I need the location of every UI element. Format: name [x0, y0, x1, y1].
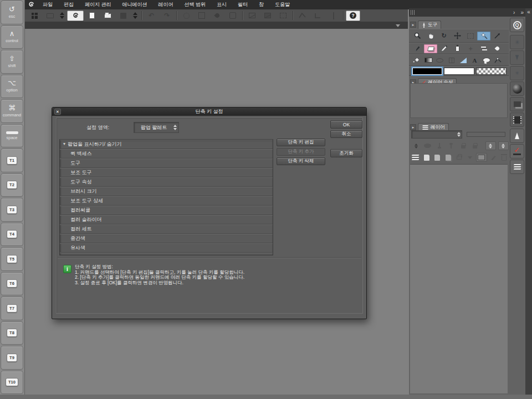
toolbar-stepper-2[interactable] [131, 11, 139, 21]
new-file-button[interactable] [85, 11, 99, 21]
material-panel-button[interactable] [510, 129, 524, 143]
balloon-tool[interactable] [480, 56, 492, 65]
tab-key-button[interactable]: T9 [1, 346, 23, 370]
layer-stepper[interactable] [411, 144, 421, 149]
command-list-item[interactable]: 컬러 히스토리 [60, 253, 273, 255]
blend-tool[interactable] [477, 44, 490, 53]
tab-key-button[interactable]: T3 [1, 198, 23, 222]
tab-key-button[interactable]: T2 [1, 173, 23, 197]
line-tool[interactable] [492, 56, 504, 65]
expand-right-icon[interactable]: › [513, 8, 515, 17]
palette-dock-header[interactable]: › » [409, 8, 525, 17]
menu-item[interactable]: 페이지 관리 [79, 0, 117, 9]
drag-grip-icon[interactable] [411, 10, 416, 15]
command-list-item[interactable]: 퀵 액세스 [60, 149, 273, 158]
gradient-tool[interactable] [422, 56, 434, 65]
move-tool[interactable] [451, 32, 464, 40]
eraser-tool[interactable] [424, 44, 437, 53]
layer-panel-button[interactable] [510, 160, 524, 174]
sub-color-swatch[interactable] [444, 68, 474, 75]
main-color-swatch[interactable] [412, 68, 442, 75]
rotate-view-tool[interactable]: ↻ [437, 32, 451, 40]
close-button[interactable]: ✕ [54, 109, 61, 115]
tab-key-button[interactable]: T7 [1, 296, 23, 320]
edit-shortcut-button[interactable]: 단축 키 편집 [277, 139, 325, 146]
sub-tool-panel-button[interactable]: ✳ [510, 35, 524, 49]
menu-item[interactable]: 표시 [211, 0, 232, 9]
menu-item[interactable]: 도움말 [269, 0, 295, 9]
dialog-title-bar[interactable]: 단축 키 설정 [52, 108, 366, 116]
esc-key-button[interactable]: ↺ esc [1, 1, 23, 24]
command-list-item[interactable]: 브러시 크기 [60, 187, 273, 196]
cancel-button[interactable]: 취소 [330, 130, 362, 138]
opacity-slider[interactable] [467, 132, 505, 137]
tab-key-button[interactable]: T5 [1, 247, 23, 271]
menu-item[interactable]: 편집 [58, 0, 79, 9]
layer-stepper-2[interactable] [485, 141, 496, 150]
option-key-button[interactable]: ⌥ option [1, 75, 23, 99]
app-logo-icon[interactable] [25, 0, 37, 9]
menu-item[interactable]: 선택 범위 [179, 0, 212, 9]
tab-key-button[interactable]: T10 [1, 371, 23, 395]
command-list-item[interactable]: 컬러 세트 [60, 224, 273, 234]
toolbar-stepper[interactable] [58, 11, 66, 21]
brush-tool[interactable] [437, 44, 451, 53]
fill-tool[interactable] [411, 56, 422, 65]
setting-area-dropdown[interactable]: 팝업 팔레트 [134, 122, 179, 133]
auto-select-tool[interactable] [477, 32, 490, 40]
space-key-button[interactable]: space [1, 124, 23, 148]
clip-studio-button[interactable] [67, 11, 84, 21]
transparent-color-swatch[interactable] [476, 68, 507, 75]
help-button[interactable]: ? [346, 11, 360, 21]
new-layer-button[interactable] [422, 155, 432, 161]
control-key-button[interactable]: ∧ control [1, 25, 23, 49]
dropdown-arrow-icon[interactable] [396, 24, 400, 27]
double-arrow-right-icon[interactable]: » [520, 8, 524, 17]
layer-list-area[interactable] [410, 164, 508, 393]
shift-key-button[interactable]: ⇧ shift [1, 50, 23, 74]
menu-item[interactable]: 레이어 [153, 0, 179, 9]
reset-button[interactable]: 초기화 [330, 149, 362, 157]
collapse-left-icon[interactable]: « [527, 9, 530, 15]
tab-key-button[interactable]: T6 [1, 272, 23, 296]
switch-palette-button[interactable] [27, 11, 42, 21]
command-key-button[interactable]: ⌘ command [1, 99, 23, 123]
tab-tool[interactable]: 도구 [418, 21, 441, 29]
command-group-header[interactable]: ▾ 팝업을 표시하기/ 숨기기 [60, 140, 273, 149]
command-list-item[interactable]: 유사색 [60, 243, 273, 253]
menu-item[interactable]: 필터 [232, 0, 253, 9]
navigator-panel-button[interactable] [510, 81, 524, 96]
command-list-item[interactable]: 컬러써클 [60, 206, 273, 215]
expand-arrow-icon[interactable]: ▾ [63, 140, 65, 149]
auto-action-panel-button[interactable]: ✳ [510, 66, 524, 80]
tool-property-panel-button[interactable] [510, 50, 524, 65]
airbrush-tool[interactable] [451, 44, 464, 53]
panel-collapse-icon[interactable]: ▸ [410, 22, 416, 28]
menu-item[interactable]: 파일 [37, 0, 58, 9]
open-file-button[interactable] [100, 11, 115, 21]
delete-shortcut-button[interactable]: 단축 키 삭제 [277, 157, 325, 165]
command-list-item[interactable]: 중간색 [60, 234, 273, 243]
tab-key-button[interactable]: T8 [1, 321, 23, 345]
command-list-item[interactable]: 보조 도구 [60, 168, 273, 177]
liquify-tool[interactable] [490, 44, 504, 53]
duplicate-layer-button[interactable] [443, 155, 453, 161]
ruler-tool[interactable] [457, 56, 469, 65]
text-tool[interactable]: A [469, 56, 480, 65]
quick-access-panel-button[interactable]: Q [510, 18, 524, 32]
blend-mode-dropdown[interactable] [411, 130, 462, 139]
timeline-panel-button[interactable] [510, 112, 524, 127]
menu-item[interactable]: 애니메이션 [117, 0, 153, 9]
dock-edge-strip[interactable]: « [525, 8, 532, 395]
command-list-item[interactable]: 도구 [60, 158, 273, 168]
layer-stepper-3[interactable] [498, 141, 509, 150]
tab-key-button[interactable]: T4 [1, 223, 23, 247]
ok-button[interactable]: OK [330, 120, 362, 129]
zoom-tool[interactable] [411, 32, 424, 40]
layer-property-panel-button[interactable]: ✓ [510, 144, 524, 158]
tab-key-button[interactable]: T1 [1, 149, 23, 172]
command-list-item[interactable]: 컬러 슬라이더 [60, 215, 273, 224]
layer-palette-button[interactable] [411, 155, 421, 160]
dropdown-stepper[interactable] [173, 125, 177, 130]
menu-item[interactable]: 창 [253, 0, 269, 9]
